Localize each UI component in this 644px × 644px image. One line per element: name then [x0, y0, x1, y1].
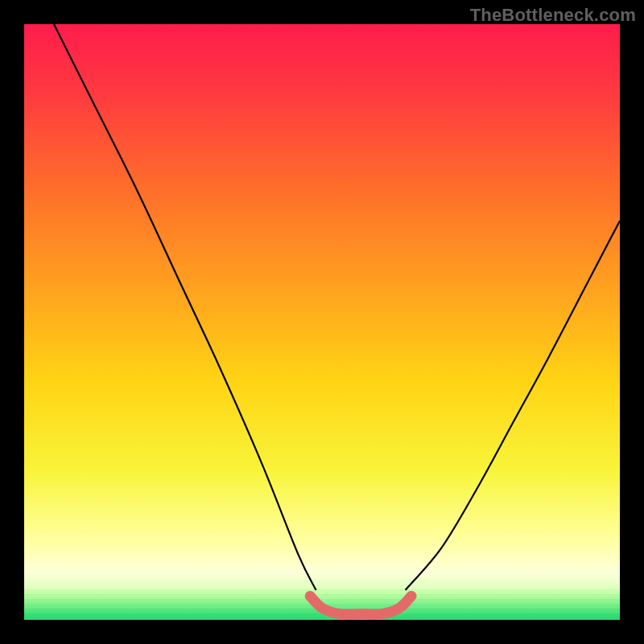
svg-rect-5 — [24, 613, 620, 619]
bottleneck-chart — [24, 24, 620, 620]
svg-rect-1 — [24, 594, 620, 600]
gradient-background — [24, 24, 620, 620]
attribution-label: TheBottleneck.com — [470, 5, 636, 26]
plot-area — [24, 24, 620, 620]
chart-frame: TheBottleneck.com — [0, 0, 644, 644]
svg-rect-0 — [24, 589, 620, 595]
